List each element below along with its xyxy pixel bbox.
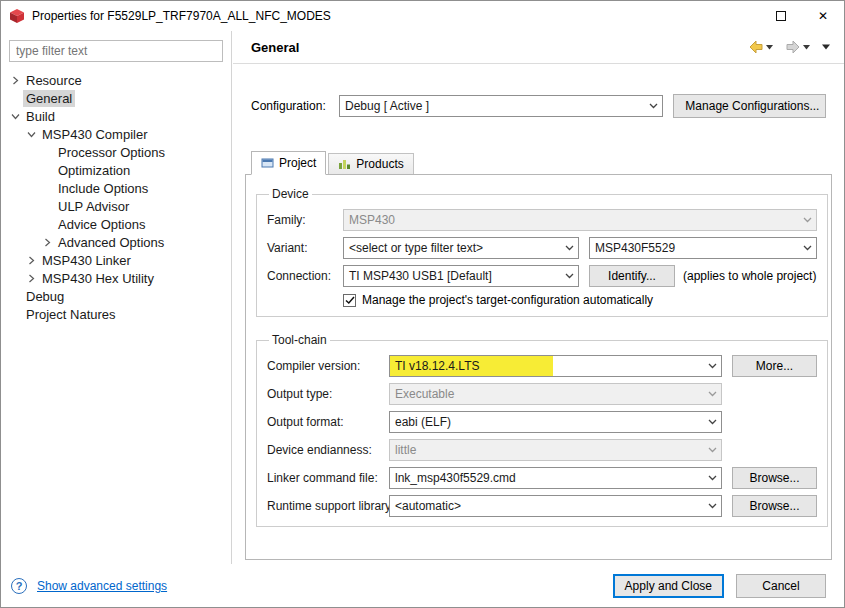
dialog-footer: ? Show advanced settings Apply and Close… <box>1 564 844 607</box>
tab-label: Products <box>356 157 403 171</box>
forward-button[interactable] <box>781 38 814 56</box>
family-label: Family: <box>267 213 343 227</box>
dropdown-arrow-icon <box>704 419 721 425</box>
more-button[interactable]: More... <box>732 355 817 377</box>
compiler-version-combo[interactable]: TI v18.12.4.LTS <box>389 355 722 377</box>
cancel-button[interactable]: Cancel <box>736 574 826 598</box>
chevron-down-icon[interactable] <box>23 130 39 139</box>
checkbox-box <box>343 294 356 307</box>
connection-value: TI MSP430 USB1 [Default] <box>344 269 561 283</box>
tree-item-optimization[interactable]: Optimization <box>1 161 231 179</box>
variant-device-combo[interactable]: MSP430F5529 <box>589 237 817 259</box>
identify-button[interactable]: Identify... <box>589 265 675 287</box>
show-advanced-settings-link[interactable]: Show advanced settings <box>37 579 167 593</box>
tree-item-ulp-advisor[interactable]: ULP Advisor <box>1 197 231 215</box>
tree-item-project-natures[interactable]: Project Natures <box>1 305 231 323</box>
chevron-down-icon[interactable] <box>7 112 23 121</box>
device-endianness-label: Device endianness: <box>267 443 389 457</box>
family-combo[interactable]: MSP430 <box>343 209 817 231</box>
dropdown-arrow-icon <box>799 217 816 223</box>
output-format-value: eabi (ELF) <box>390 415 704 429</box>
maximize-icon <box>776 11 786 21</box>
runtime-support-library-combo[interactable]: <automatic> <box>389 495 722 517</box>
manage-target-config-checkbox[interactable]: Manage the project's target-configuratio… <box>343 293 817 307</box>
properties-tree: Resource General Build MSP430 Compiler P… <box>1 71 231 323</box>
variant-filter-combo[interactable]: <select or type filter text> <box>343 237 579 259</box>
tree-item-build[interactable]: Build <box>1 107 231 125</box>
browse-runtime-button[interactable]: Browse... <box>732 495 817 517</box>
output-format-combo[interactable]: eabi (ELF) <box>389 411 722 433</box>
tree-item-label: General <box>23 90 75 107</box>
linker-command-file-combo[interactable]: lnk_msp430f5529.cmd <box>389 467 722 489</box>
family-value: MSP430 <box>344 213 799 227</box>
tab-bar: Project Products <box>251 151 832 174</box>
tree-item-processor-options[interactable]: Processor Options <box>1 143 231 161</box>
output-type-combo[interactable]: Executable <box>389 383 722 405</box>
title-bar: Properties for F5529LP_TRF7970A_ALL_NFC_… <box>1 1 844 31</box>
variant-device-value: MSP430F5529 <box>590 241 799 255</box>
tree-item-label: Processor Options <box>55 144 168 161</box>
chevron-right-icon[interactable] <box>39 238 55 247</box>
tree-item-resource[interactable]: Resource <box>1 71 231 89</box>
dropdown-arrow-icon <box>561 245 578 251</box>
tree-item-label: Optimization <box>55 162 133 179</box>
tree-item-label: Resource <box>23 72 85 89</box>
device-endianness-combo[interactable]: little <box>389 439 722 461</box>
manage-configurations-button[interactable]: Manage Configurations... <box>673 94 826 118</box>
compiler-version-row: Compiler version: TI v18.12.4.LTS More..… <box>267 355 817 377</box>
tree-item-label: Project Natures <box>23 306 119 323</box>
tree-item-general[interactable]: General <box>1 89 231 107</box>
history-nav <box>744 38 834 56</box>
tree-item-debug[interactable]: Debug <box>1 287 231 305</box>
device-endianness-value: little <box>390 443 704 457</box>
runtime-support-library-row: Runtime support library: <automatic> Bro… <box>267 495 817 517</box>
output-type-label: Output type: <box>267 387 389 401</box>
filter-input[interactable] <box>9 40 223 62</box>
apply-and-close-button[interactable]: Apply and Close <box>613 574 724 598</box>
chevron-right-icon[interactable] <box>7 76 23 85</box>
maximize-button[interactable] <box>760 1 802 31</box>
device-group: Device Family: MSP430 Variant: <select o… <box>256 187 828 317</box>
linker-command-file-label: Linker command file: <box>267 471 389 485</box>
browse-linker-button[interactable]: Browse... <box>732 467 817 489</box>
tree-item-msp430-hex-utility[interactable]: MSP430 Hex Utility <box>1 269 231 287</box>
chevron-right-icon[interactable] <box>23 256 39 265</box>
project-tab-panel: Device Family: MSP430 Variant: <select o… <box>245 174 832 560</box>
close-button[interactable]: ✕ <box>802 1 844 31</box>
runtime-support-library-label: Runtime support library: <box>267 499 389 513</box>
tree-item-include-options[interactable]: Include Options <box>1 179 231 197</box>
tree-item-label: Include Options <box>55 180 151 197</box>
dropdown-arrow-icon <box>645 103 662 109</box>
variant-label: Variant: <box>267 241 343 255</box>
tree-item-label: MSP430 Linker <box>39 252 134 269</box>
tree-item-label: MSP430 Hex Utility <box>39 270 157 287</box>
chevron-down-icon <box>803 45 810 50</box>
help-icon[interactable]: ? <box>11 578 27 594</box>
page-title: General <box>251 40 299 55</box>
tree-item-label: Build <box>23 108 58 125</box>
dropdown-arrow-icon <box>561 273 578 279</box>
tree-item-advanced-options[interactable]: Advanced Options <box>1 233 231 251</box>
tab-label: Project <box>279 156 316 170</box>
tab-project[interactable]: Project <box>251 151 326 175</box>
tree-item-label: Advice Options <box>55 216 148 233</box>
tab-products[interactable]: Products <box>328 153 413 174</box>
general-page: Configuration: Debug [ Active ] Manage C… <box>233 64 844 564</box>
linker-command-file-row: Linker command file: lnk_msp430f5529.cmd… <box>267 467 817 489</box>
highlight-marker: TI v18.12.4.LTS <box>390 356 553 376</box>
chevron-down-icon <box>766 45 773 50</box>
output-format-label: Output format: <box>267 415 389 429</box>
view-menu-button[interactable] <box>818 42 834 52</box>
tree-item-msp430-linker[interactable]: MSP430 Linker <box>1 251 231 269</box>
chevron-right-icon[interactable] <box>23 274 39 283</box>
configuration-row: Configuration: Debug [ Active ] Manage C… <box>251 94 826 118</box>
close-icon: ✕ <box>818 9 828 23</box>
products-tab-icon <box>338 158 351 170</box>
back-button[interactable] <box>744 38 777 56</box>
caption-buttons: ✕ <box>760 1 844 31</box>
connection-combo[interactable]: TI MSP430 USB1 [Default] <box>343 265 579 287</box>
ccs-app-icon <box>9 8 25 24</box>
tree-item-advice-options[interactable]: Advice Options <box>1 215 231 233</box>
configuration-combo[interactable]: Debug [ Active ] <box>339 95 663 117</box>
tree-item-msp430-compiler[interactable]: MSP430 Compiler <box>1 125 231 143</box>
